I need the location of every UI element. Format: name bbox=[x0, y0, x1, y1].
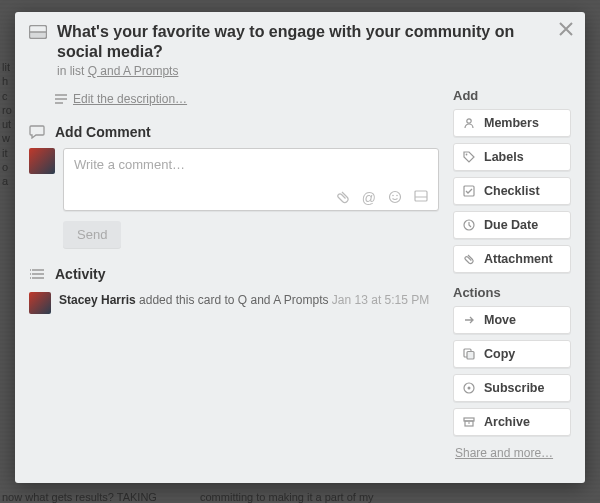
due-date-button[interactable]: Due Date bbox=[453, 211, 571, 239]
clock-icon bbox=[462, 219, 476, 231]
list-link[interactable]: Q and A Prompts bbox=[88, 64, 179, 78]
activity-avatar bbox=[29, 292, 51, 314]
members-icon bbox=[462, 117, 476, 129]
attach-icon[interactable] bbox=[336, 190, 350, 206]
card-modal: What's your favorite way to engage with … bbox=[15, 12, 585, 483]
attachment-icon bbox=[462, 253, 476, 265]
attachment-button[interactable]: Attachment bbox=[453, 245, 571, 273]
share-more-link[interactable]: Share and more… bbox=[453, 446, 571, 460]
svg-point-8 bbox=[396, 195, 398, 197]
copy-button[interactable]: Copy bbox=[453, 340, 571, 368]
labels-icon bbox=[462, 151, 476, 163]
members-button[interactable]: Members bbox=[453, 109, 571, 137]
svg-point-15 bbox=[30, 273, 31, 275]
svg-point-16 bbox=[30, 277, 31, 279]
svg-point-14 bbox=[30, 269, 31, 271]
svg-rect-19 bbox=[464, 186, 474, 196]
svg-point-18 bbox=[466, 154, 468, 156]
card-attach-icon[interactable] bbox=[414, 190, 428, 206]
mention-icon[interactable]: @ bbox=[362, 190, 376, 206]
send-button[interactable]: Send bbox=[63, 221, 121, 248]
description-icon bbox=[55, 94, 67, 104]
comment-box[interactable]: @ bbox=[63, 148, 439, 211]
move-icon bbox=[462, 314, 476, 326]
activity-heading: Activity bbox=[55, 266, 106, 282]
subscribe-icon bbox=[462, 382, 476, 394]
activity-time: Jan 13 at 5:15 PM bbox=[332, 293, 429, 307]
card-icon bbox=[29, 25, 47, 39]
close-icon[interactable] bbox=[559, 22, 573, 36]
svg-point-17 bbox=[467, 119, 471, 123]
svg-point-6 bbox=[390, 192, 401, 203]
actions-heading: Actions bbox=[453, 285, 571, 300]
activity-user[interactable]: Stacey Harris bbox=[59, 293, 136, 307]
svg-point-7 bbox=[392, 195, 394, 197]
activity-entry: Stacey Harris added this card to Q and A… bbox=[29, 292, 439, 314]
comment-icon bbox=[29, 125, 45, 139]
checklist-button[interactable]: Checklist bbox=[453, 177, 571, 205]
add-comment-heading: Add Comment bbox=[55, 124, 151, 140]
checklist-icon bbox=[462, 185, 476, 197]
emoji-icon[interactable] bbox=[388, 190, 402, 206]
archive-button[interactable]: Archive bbox=[453, 408, 571, 436]
move-button[interactable]: Move bbox=[453, 306, 571, 334]
activity-icon bbox=[29, 268, 45, 280]
card-subtitle: in list Q and A Prompts bbox=[57, 64, 549, 78]
edit-description-link[interactable]: Edit the description… bbox=[55, 92, 439, 106]
svg-point-24 bbox=[468, 387, 471, 390]
card-title[interactable]: What's your favorite way to engage with … bbox=[57, 22, 549, 62]
copy-icon bbox=[462, 348, 476, 360]
labels-button[interactable]: Labels bbox=[453, 143, 571, 171]
add-heading: Add bbox=[453, 88, 571, 103]
comment-input[interactable] bbox=[74, 157, 428, 172]
archive-icon bbox=[462, 416, 476, 428]
svg-rect-1 bbox=[30, 32, 47, 39]
svg-rect-22 bbox=[467, 352, 474, 360]
current-user-avatar bbox=[29, 148, 55, 174]
subscribe-button[interactable]: Subscribe bbox=[453, 374, 571, 402]
svg-rect-9 bbox=[415, 191, 427, 201]
